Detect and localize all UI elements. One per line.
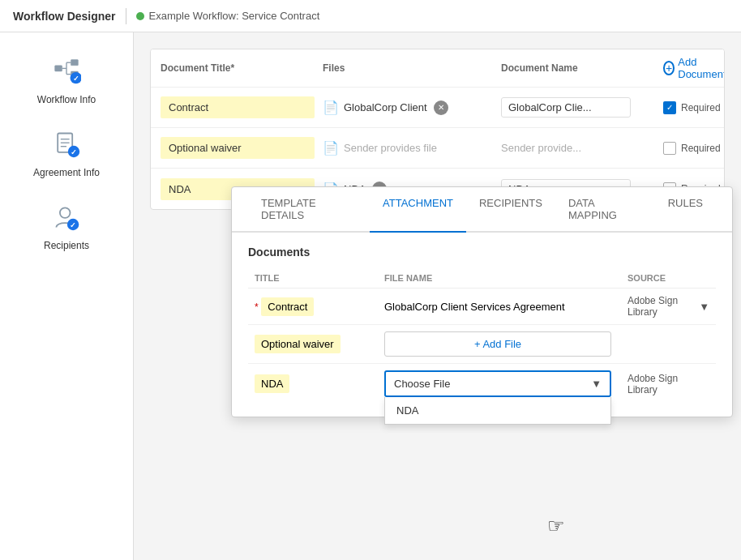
col-document-name: Document Name	[501, 62, 663, 74]
modal-body: Documents TITLE FILE NAME SOURCE	[232, 233, 732, 417]
inner-title-label-optional-waiver: Optional waiver	[255, 335, 341, 353]
title-cell-contract: Contract	[161, 96, 315, 118]
svg-text:✓: ✓	[71, 148, 77, 156]
doc-table-header: Document Title* Files Document Name + Ad…	[151, 49, 724, 88]
layout: ✓ Workflow Info ✓ Agreement Info	[0, 32, 741, 560]
sidebar-item-workflow-info-label: Workflow Info	[37, 94, 96, 105]
file-icon-contract: 📄	[323, 100, 339, 115]
divider	[126, 8, 126, 24]
source-dropdown-contract[interactable]: Adobe Sign Library ▼	[627, 295, 709, 318]
add-doc-plus-icon: +	[663, 61, 675, 75]
doc-title-optional-waiver: Optional waiver	[161, 137, 323, 159]
doc-required-cell-contract: ✓ Required ✕	[663, 100, 725, 115]
sidebar-item-recipients-label: Recipients	[44, 240, 89, 251]
inner-table-header-row: TITLE FILE NAME SOURCE	[248, 268, 716, 289]
required-star-contract: *	[255, 301, 259, 313]
tab-rules[interactable]: RULES	[655, 187, 716, 233]
doc-file-cell-contract: 📄 GlobalCorp Client ✕	[323, 100, 501, 115]
file-name-optional-waiver: Sender provides file	[344, 142, 437, 154]
sidebar-item-agreement-info[interactable]: ✓ Agreement Info	[14, 122, 119, 186]
agreement-info-icon: ✓	[50, 130, 83, 162]
doc-file-cell-optional-waiver: 📄 Sender provides file	[323, 140, 501, 156]
th-title: TITLE	[248, 268, 378, 289]
modal-tabs: TEMPLATE DETAILS ATTACHMENT RECIPIENTS D…	[232, 187, 732, 233]
source-arrow-contract[interactable]: ▼	[699, 301, 709, 313]
inner-title-optional-waiver: Optional waiver	[248, 325, 378, 364]
svg-rect-0	[55, 66, 62, 71]
doc-name-input-contract[interactable]	[501, 97, 631, 118]
source-dropdown-nda[interactable]: Adobe Sign Library	[627, 373, 709, 395]
col-files: Files	[323, 62, 501, 74]
workflow-name: Example Workflow: Service Contract	[149, 10, 320, 22]
file-icon-optional-waiver: 📄	[323, 140, 339, 156]
inner-title-nda: NDA	[248, 364, 378, 404]
tab-recipients[interactable]: RECIPIENTS	[466, 187, 555, 233]
th-source: SOURCE	[621, 268, 716, 289]
tab-data-mapping[interactable]: DATA MAPPING	[555, 187, 655, 233]
add-doc-label: Add Document	[678, 56, 725, 80]
inner-file-nda: Choose File ▼ NDA	[378, 364, 621, 404]
status-dot	[136, 12, 144, 20]
table-row: NDA Choose File ▼ NDA	[248, 364, 716, 404]
required-checkbox-contract[interactable]: ✓	[663, 101, 676, 114]
dropdown-option-nda[interactable]: NDA	[385, 397, 610, 424]
inner-table: TITLE FILE NAME SOURCE * Contract	[248, 268, 716, 404]
col-document-title: Document Title*	[161, 62, 323, 74]
add-file-btn-optional-waiver[interactable]: + Add File	[384, 331, 611, 357]
app-title: Workflow Designer	[13, 10, 116, 23]
doc-name-cell-contract	[501, 97, 663, 118]
tab-attachment[interactable]: ATTACHMENT	[370, 187, 466, 233]
doc-name-cell-optional-waiver: Sender provide...	[501, 142, 663, 154]
choose-file-wrapper-nda: Choose File ▼ NDA	[384, 370, 611, 397]
inner-file-optional-waiver: + Add File	[378, 325, 621, 364]
main-content: Document Title* Files Document Name + Ad…	[134, 32, 741, 560]
table-row: Contract 📄 GlobalCorp Client ✕ ✓ Require…	[151, 88, 724, 128]
choose-file-chevron-icon: ▼	[591, 378, 602, 390]
required-checkbox-optional-waiver[interactable]	[663, 142, 676, 155]
recipients-icon: ✓	[50, 203, 83, 235]
svg-rect-1	[71, 60, 78, 66]
inner-title-label-nda: NDA	[255, 374, 289, 393]
inner-source-optional-waiver	[621, 325, 716, 364]
file-text-contract: GlobalCorp Client Services Agreement	[384, 301, 565, 313]
add-document-btn[interactable]: + Add Document	[663, 56, 725, 80]
svg-point-15	[60, 207, 71, 218]
choose-file-label-nda: Choose File	[394, 378, 450, 390]
table-row: Optional waiver 📄 Sender provides file S…	[151, 128, 724, 169]
source-label-contract: Adobe Sign Library	[627, 295, 696, 318]
table-row: Optional waiver + Add File	[248, 325, 716, 364]
svg-text:✓: ✓	[70, 221, 76, 229]
inner-title-contract: * Contract	[248, 289, 378, 325]
sidebar: ✓ Workflow Info ✓ Agreement Info	[0, 32, 134, 560]
modal-body-title: Documents	[248, 246, 716, 259]
inner-title-label-contract: Contract	[261, 297, 314, 316]
inner-file-contract: GlobalCorp Client Services Agreement	[378, 289, 621, 325]
title-cell-optional-waiver: Optional waiver	[161, 137, 315, 159]
file-name-contract: GlobalCorp Client	[344, 101, 427, 113]
table-row: * Contract GlobalCorp Client Services Ag…	[248, 289, 716, 325]
file-remove-contract[interactable]: ✕	[434, 100, 448, 115]
required-label-optional-waiver: Required	[681, 143, 721, 154]
tab-template-details[interactable]: TEMPLATE DETAILS	[248, 187, 370, 233]
doc-required-cell-optional-waiver: Required ✕	[663, 140, 725, 156]
modal-panel: TEMPLATE DETAILS ATTACHMENT RECIPIENTS D…	[231, 186, 733, 417]
top-bar: Workflow Designer Example Workflow: Serv…	[0, 0, 741, 32]
workflow-subtitle: Example Workflow: Service Contract	[136, 10, 320, 22]
inner-source-nda: Adobe Sign Library	[621, 364, 716, 404]
choose-file-dropdown-nda: NDA	[384, 397, 611, 425]
doc-title-contract: Contract	[161, 96, 323, 118]
th-file-name: FILE NAME	[378, 268, 621, 289]
sidebar-item-recipients[interactable]: ✓ Recipients	[14, 195, 119, 259]
source-label-nda: Adobe Sign Library	[627, 373, 709, 395]
choose-file-input-nda[interactable]: Choose File ▼	[384, 370, 611, 397]
cursor-icon: ☞	[547, 515, 565, 537]
doc-name-placeholder-optional-waiver: Sender provide...	[501, 142, 581, 154]
svg-text:✓: ✓	[73, 75, 79, 83]
workflow-info-icon: ✓	[50, 57, 83, 89]
required-label-contract: Required	[681, 102, 721, 113]
inner-source-contract: Adobe Sign Library ▼	[621, 289, 716, 325]
add-file-label: + Add File	[474, 338, 521, 350]
sidebar-item-agreement-info-label: Agreement Info	[33, 167, 100, 178]
sidebar-item-workflow-info[interactable]: ✓ Workflow Info	[14, 49, 119, 113]
